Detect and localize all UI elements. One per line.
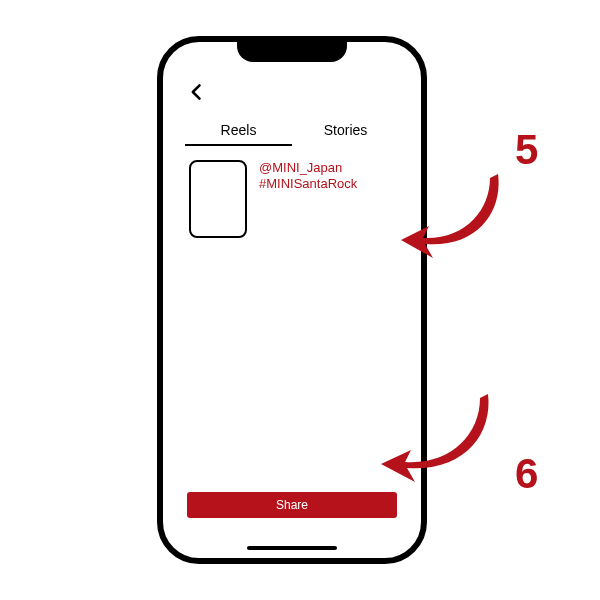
tab-stories[interactable]: Stories — [292, 122, 399, 146]
tab-stories-label: Stories — [324, 122, 368, 138]
tab-reels-label: Reels — [221, 122, 257, 138]
tab-reels[interactable]: Reels — [185, 122, 292, 146]
callout-arrow-5 — [395, 160, 515, 270]
phone-notch — [237, 36, 347, 62]
caption-text[interactable]: @MINI_Japan #MINISantaRock — [259, 160, 403, 193]
home-indicator — [247, 546, 337, 550]
tabs: Reels Stories — [185, 122, 399, 146]
share-button-label: Share — [276, 498, 308, 512]
callout-number-6: 6 — [515, 450, 538, 498]
caption-hashtag: #MINISantaRock — [259, 176, 403, 192]
media-thumbnail[interactable] — [189, 160, 247, 238]
share-button[interactable]: Share — [187, 492, 397, 518]
caption-mention: @MINI_Japan — [259, 160, 403, 176]
back-button[interactable] — [187, 82, 207, 102]
callout-number-5: 5 — [515, 126, 538, 174]
screen: Reels Stories @MINI_Japan #MINISantaRock… — [177, 62, 407, 540]
chevron-left-icon — [187, 82, 207, 102]
callout-arrow-6 — [375, 380, 505, 500]
